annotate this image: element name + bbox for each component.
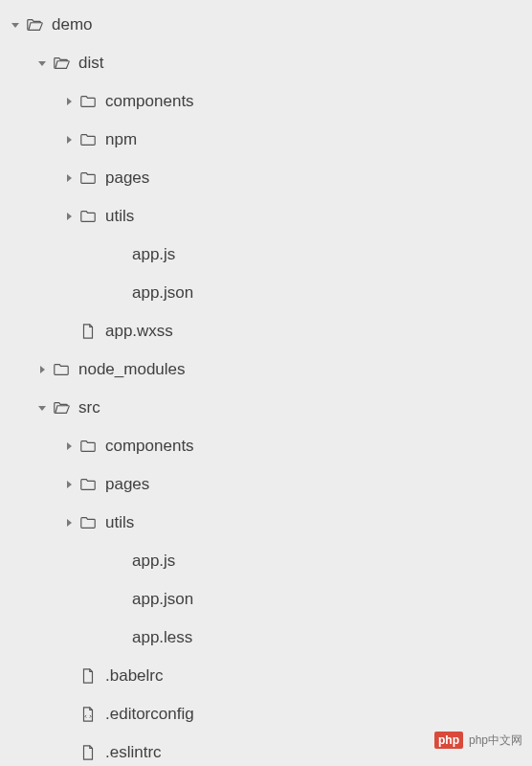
tree-item-label: app.less <box>132 628 192 647</box>
tree-row[interactable]: app.wxss <box>8 312 532 350</box>
svg-marker-1 <box>38 61 46 66</box>
svg-marker-0 <box>11 23 19 28</box>
chevron-down-icon[interactable] <box>8 20 23 30</box>
tree-item-label: src <box>78 398 100 417</box>
svg-marker-2 <box>67 98 72 105</box>
chevron-right-icon[interactable] <box>61 441 77 451</box>
chevron-down-icon[interactable] <box>34 403 50 413</box>
tree-item-label: app.json <box>132 283 193 303</box>
chevron-down-icon[interactable] <box>34 58 50 68</box>
folder-icon <box>52 360 71 379</box>
tree-item-label: node_modules <box>78 360 186 379</box>
svg-marker-6 <box>40 366 45 373</box>
chevron-right-icon[interactable] <box>61 135 77 145</box>
tree-row[interactable]: app.js <box>8 236 532 274</box>
folder-open-icon <box>25 15 44 34</box>
tree-row[interactable]: .babelrc <box>8 657 532 695</box>
watermark-badge: php <box>434 732 463 749</box>
tree-item-label: .eslintrc <box>105 743 162 762</box>
folder-icon <box>78 207 98 226</box>
svg-marker-10 <box>67 519 72 527</box>
folder-icon <box>78 130 98 149</box>
svg-marker-3 <box>67 136 72 144</box>
tree-item-label: npm <box>105 130 137 149</box>
tree-row[interactable]: utils <box>8 504 532 542</box>
folder-icon <box>78 169 98 188</box>
tree-row[interactable]: src <box>8 389 532 427</box>
chevron-right-icon[interactable] <box>61 173 77 183</box>
file-icon <box>78 743 98 762</box>
tree-row[interactable]: npm <box>8 121 532 159</box>
chevron-right-icon[interactable] <box>34 365 50 374</box>
svg-marker-5 <box>67 213 72 220</box>
svg-marker-4 <box>67 174 72 182</box>
tree-row[interactable]: pages <box>8 159 532 197</box>
file-icon <box>78 322 98 341</box>
tree-row[interactable]: components <box>8 427 532 465</box>
tree-row[interactable]: utils <box>8 197 532 236</box>
tree-item-label: components <box>105 437 194 456</box>
file-code-icon <box>78 705 98 724</box>
tree-item-label: .babelrc <box>105 666 163 686</box>
folder-open-icon <box>52 398 71 417</box>
svg-marker-9 <box>67 481 72 488</box>
tree-row[interactable]: dist <box>8 44 532 82</box>
tree-item-label: utils <box>105 207 134 226</box>
file-tree: demodistcomponentsnpmpagesutilsapp.jsapp… <box>0 0 532 766</box>
tree-row[interactable]: app.json <box>8 580 532 619</box>
chevron-right-icon[interactable] <box>61 212 77 221</box>
tree-row[interactable]: .editorconfig <box>8 695 532 733</box>
folder-icon <box>78 513 98 532</box>
tree-row[interactable]: app.less <box>8 619 532 657</box>
tree-item-label: app.wxss <box>105 322 173 341</box>
folder-icon <box>78 437 98 456</box>
file-icon <box>78 666 98 686</box>
tree-row[interactable]: components <box>8 82 532 121</box>
tree-item-label: utils <box>105 513 134 532</box>
folder-open-icon <box>52 54 71 73</box>
tree-item-label: app.js <box>132 552 175 571</box>
tree-item-label: dist <box>78 54 103 73</box>
tree-item-label: demo <box>52 15 93 34</box>
tree-row[interactable]: app.json <box>8 274 532 312</box>
tree-row[interactable]: app.js <box>8 542 532 580</box>
tree-row[interactable]: demo <box>8 6 532 44</box>
tree-row[interactable]: node_modules <box>8 350 532 389</box>
chevron-right-icon[interactable] <box>61 518 77 528</box>
tree-item-label: .editorconfig <box>105 705 194 724</box>
tree-item-label: pages <box>105 475 149 494</box>
svg-marker-7 <box>38 406 46 411</box>
svg-marker-8 <box>67 442 72 450</box>
tree-item-label: pages <box>105 169 149 188</box>
folder-icon <box>78 92 98 111</box>
chevron-right-icon[interactable] <box>61 97 77 106</box>
tree-item-label: app.js <box>132 245 175 264</box>
watermark-text: php中文网 <box>469 732 522 749</box>
tree-row[interactable]: pages <box>8 465 532 504</box>
chevron-right-icon[interactable] <box>61 480 77 489</box>
tree-item-label: app.json <box>132 590 193 609</box>
folder-icon <box>78 475 98 494</box>
tree-item-label: components <box>105 92 194 111</box>
watermark: php php中文网 <box>434 732 522 749</box>
